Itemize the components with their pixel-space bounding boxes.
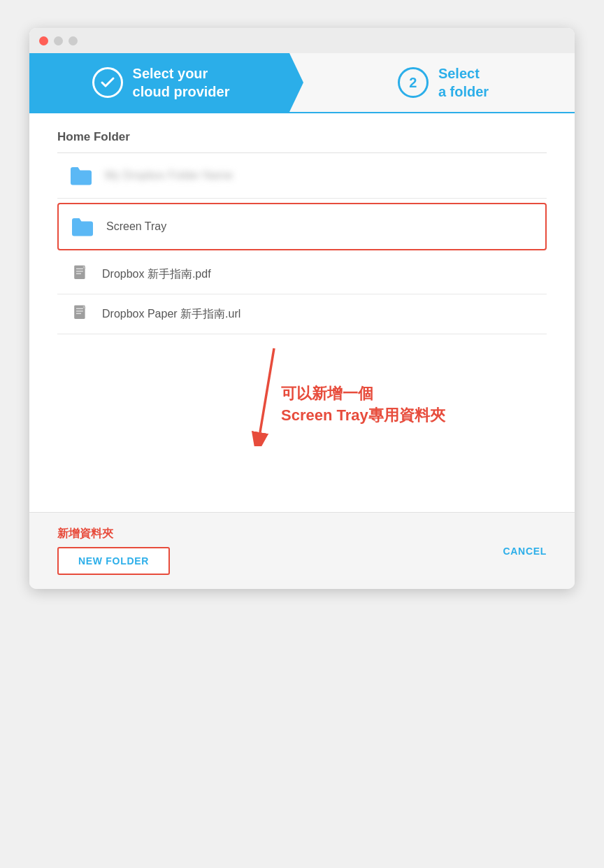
svg-rect-5 [76, 308, 83, 309]
file-item-blurred[interactable]: My Dropbox Folder Name [57, 153, 547, 199]
app-window: Select yourcloud provider 2 Selecta fold… [29, 28, 575, 589]
file-name-blurred: My Dropbox Folder Name [105, 169, 233, 182]
content-area: Home Folder My Dropbox Folder Name Scree… [29, 113, 575, 512]
new-folder-label: 新增資料夾 [57, 527, 113, 541]
svg-line-9 [260, 348, 274, 432]
wizard-header: Select yourcloud provider 2 Selecta fold… [29, 53, 575, 113]
cancel-button[interactable]: CANCEL [503, 546, 547, 557]
svg-rect-6 [76, 311, 83, 311]
file-name-screen-tray: Screen Tray [106, 220, 166, 233]
svg-rect-1 [76, 269, 83, 269]
title-bar [29, 28, 575, 53]
svg-rect-7 [76, 313, 81, 314]
footer: 新增資料夾 NEW FOLDER CANCEL [29, 512, 575, 589]
section-title: Home Folder [57, 130, 547, 144]
svg-rect-2 [76, 271, 83, 271]
annotation-text: 可以新增一個 Screen Tray專用資料夾 [281, 383, 445, 427]
folder-icon [69, 163, 94, 188]
annotation-area: 可以新增一個 Screen Tray專用資料夾 [57, 341, 547, 495]
close-button[interactable] [39, 36, 48, 45]
file-name-url: Dropbox Paper 新手指南.url [102, 307, 240, 322]
file-item-url[interactable]: Dropbox Paper 新手指南.url [57, 294, 547, 334]
step2-label: Selecta folder [438, 64, 489, 101]
new-folder-button[interactable]: NEW FOLDER [57, 547, 170, 575]
maximize-button[interactable] [69, 36, 78, 45]
wizard-step-1: Select yourcloud provider [29, 53, 303, 112]
step2-number-icon: 2 [398, 67, 429, 98]
step1-label: Select yourcloud provider [133, 64, 230, 101]
doc-icon-url [71, 304, 91, 324]
step1-check-icon [92, 67, 123, 98]
file-list: My Dropbox Folder Name Screen Tray [57, 153, 547, 334]
file-name-pdf: Dropbox 新手指南.pdf [102, 267, 211, 282]
doc-icon-pdf [71, 264, 91, 284]
file-item-pdf[interactable]: Dropbox 新手指南.pdf [57, 255, 547, 294]
minimize-button[interactable] [54, 36, 63, 45]
file-item-screen-tray[interactable]: Screen Tray [57, 203, 547, 250]
folder-icon-screen-tray [70, 214, 95, 239]
wizard-step-2: 2 Selecta folder [303, 53, 575, 112]
footer-left: 新增資料夾 NEW FOLDER [57, 527, 170, 575]
svg-rect-3 [76, 273, 81, 274]
